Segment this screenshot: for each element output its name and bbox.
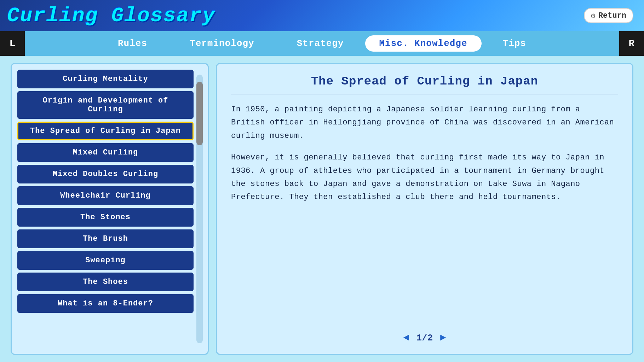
sidebar-item-the-brush[interactable]: The Brush	[17, 229, 194, 248]
tab-terminology[interactable]: Terminology	[168, 35, 276, 52]
sidebar-item-curling-mentality[interactable]: Curling Mentality	[17, 70, 194, 88]
tab-tips[interactable]: Tips	[482, 35, 547, 52]
return-icon: ⚙	[591, 11, 596, 21]
tab-rules[interactable]: Rules	[97, 35, 168, 52]
tab-r-button[interactable]: R	[619, 31, 644, 56]
app-title: Curling Glossary	[7, 4, 215, 27]
content-panel: The Spread of Curling in Japan In 1950, …	[216, 63, 633, 355]
tab-misc-knowledge[interactable]: Misc. Knowledge	[365, 35, 482, 52]
sidebar: Curling Mentality Origin and Development…	[11, 63, 209, 355]
page-indicator: 1/2	[416, 333, 433, 343]
content-paragraph-2: However, it is generally believed that c…	[231, 151, 618, 204]
sidebar-item-the-stones[interactable]: The Stones	[17, 208, 194, 227]
sidebar-item-origin-development[interactable]: Origin and Development of Curling	[17, 91, 194, 119]
sidebar-item-wheelchair-curling[interactable]: Wheelchair Curling	[17, 186, 194, 205]
tab-strategy[interactable]: Strategy	[276, 35, 365, 52]
sidebar-item-the-shoes[interactable]: The Shoes	[17, 273, 194, 291]
content-body: In 1950, a painting depicting a Japanese…	[231, 103, 618, 325]
tab-l-button[interactable]: L	[0, 31, 25, 56]
page-prev-button[interactable]: ◄	[403, 332, 409, 343]
content-footer: ◄ 1/2 ►	[231, 325, 618, 343]
sidebar-item-mixed-doubles[interactable]: Mixed Doubles Curling	[17, 165, 194, 183]
sidebar-item-mixed-curling[interactable]: Mixed Curling	[17, 143, 194, 162]
header: Curling Glossary ⚙ Return	[0, 0, 644, 31]
page-next-button[interactable]: ►	[440, 332, 446, 343]
scrollbar-thumb[interactable]	[196, 82, 203, 145]
sidebar-scrollbar[interactable]	[196, 75, 203, 343]
main-content: Curling Mentality Origin and Development…	[0, 56, 644, 362]
content-paragraph-1: In 1950, a painting depicting a Japanese…	[231, 103, 618, 142]
content-title: The Spread of Curling in Japan	[231, 75, 618, 94]
return-button[interactable]: ⚙ Return	[584, 8, 633, 23]
sidebar-item-what-is-8-ender[interactable]: What is an 8-Ender?	[17, 294, 194, 313]
sidebar-item-sweeping[interactable]: Sweeping	[17, 251, 194, 270]
return-label: Return	[598, 11, 626, 20]
tab-bar: L Rules Terminology Strategy Misc. Knowl…	[0, 31, 644, 56]
sidebar-item-spread-japan[interactable]: The Spread of Curling in Japan	[17, 122, 194, 140]
